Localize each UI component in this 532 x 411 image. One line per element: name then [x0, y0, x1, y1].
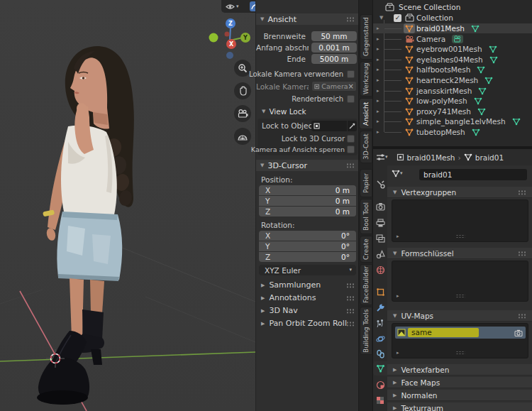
mesh-data-dropdown[interactable]: ▾: [392, 170, 403, 177]
tab-bool-tool[interactable]: Bool Tool: [360, 199, 372, 234]
drag-grip-icon[interactable]: [518, 313, 527, 318]
editor-type-button[interactable]: ▾: [376, 153, 388, 161]
output-icon[interactable]: [373, 216, 387, 230]
expand-icon[interactable]: ▸: [377, 36, 379, 42]
world-icon[interactable]: [373, 263, 387, 277]
outliner-item-camera[interactable]: ▸ Camera: [373, 34, 532, 44]
outliner-item-proxy741mesh[interactable]: ▸ proxy741Mesh: [373, 106, 532, 116]
material-icon[interactable]: [373, 378, 387, 392]
tool-icon[interactable]: [373, 177, 387, 191]
render-region-checkbox[interactable]: [347, 95, 355, 103]
local-camera-field[interactable]: Camera ×: [311, 81, 357, 92]
outliner-item-eyelashes04mesh[interactable]: ▸ eyelashes04Mesh: [373, 55, 532, 65]
expand-icon[interactable]: ▸: [377, 98, 379, 104]
mesh-data-icon[interactable]: [477, 108, 486, 116]
shape-keys-list[interactable]: ▸: [392, 261, 528, 302]
clip-start-field[interactable]: 0.001 m: [311, 43, 357, 53]
object-icon[interactable]: [373, 285, 387, 299]
expand-icon[interactable]: ▸: [377, 119, 379, 124]
drag-grip-icon[interactable]: [346, 17, 355, 22]
resize-grip-icon[interactable]: [455, 351, 465, 355]
mesh-data-icon[interactable]: [489, 56, 498, 64]
expand-icon[interactable]: ▸: [377, 26, 379, 31]
drag-grip-icon[interactable]: [346, 163, 355, 168]
snap-dropdown[interactable]: ▾: [250, 1, 255, 11]
focal-length-field[interactable]: 50 mm: [311, 31, 357, 41]
panel-header-3d-cursor[interactable]: ▼ 3D-Cursor: [256, 160, 359, 171]
section-vertex-groups[interactable]: ▼ Vertexgruppen: [387, 187, 532, 198]
tab-building-tools[interactable]: Building Tools: [360, 307, 372, 355]
outliner-item-jeansskirtmesh[interactable]: ▸ jeansskirtMesh: [373, 86, 532, 96]
collection-row[interactable]: ▼ ✓ Collection: [373, 13, 532, 23]
panel-header-ansicht[interactable]: ▼ Ansicht: [256, 13, 359, 25]
tab-werkzeug[interactable]: Werkzeug: [360, 61, 372, 97]
breadcrumb-data[interactable]: braid01: [475, 153, 504, 162]
rotation-x-field[interactable]: X0°: [259, 231, 356, 241]
particles-icon[interactable]: [373, 316, 387, 330]
drag-grip-icon[interactable]: [346, 321, 355, 326]
constraints-icon[interactable]: [373, 346, 387, 361]
expand-icon[interactable]: ▸: [397, 293, 399, 299]
lock-3d-cursor-checkbox[interactable]: [347, 135, 355, 143]
section-uv-maps[interactable]: ▼ UV-Maps: [387, 310, 532, 322]
tab-ansicht[interactable]: Ansicht: [359, 98, 372, 129]
tab-gegenstand[interactable]: Gegenstand: [360, 14, 372, 60]
lock-camera-checkbox[interactable]: [347, 146, 355, 153]
tab-create[interactable]: Create: [360, 236, 372, 263]
pan-button[interactable]: [234, 82, 251, 99]
mesh-data-icon[interactable]: [474, 97, 482, 105]
section-normals[interactable]: ▶ Normalen: [387, 390, 532, 401]
camera-data-icon[interactable]: [452, 35, 463, 43]
expand-icon[interactable]: ▼: [379, 15, 383, 21]
mesh-name-field[interactable]: braid01: [419, 169, 527, 180]
expand-icon[interactable]: ▸: [377, 109, 379, 114]
outliner-item-low-polymesh[interactable]: ▸ low-polyMesh: [373, 96, 532, 106]
position-x-field[interactable]: X0 m: [259, 185, 356, 195]
texture-icon[interactable]: [373, 393, 387, 407]
breadcrumb-object[interactable]: braid01Mesh: [407, 153, 455, 162]
close-icon[interactable]: ×: [348, 82, 354, 90]
tab-3d-coat[interactable]: 3D-Coat: [360, 131, 372, 163]
view-layer-icon[interactable]: [373, 231, 387, 246]
panel-sammlungen[interactable]: ▶ Sammlungen: [256, 280, 359, 290]
mesh-data-icon[interactable]: [477, 66, 485, 74]
section-shape-keys[interactable]: ▼ Formschlüssel: [387, 248, 532, 259]
section-face-maps[interactable]: ▶ Face Maps: [387, 377, 532, 388]
position-z-field[interactable]: Z0 m: [259, 207, 356, 217]
rotation-mode-dropdown[interactable]: XYZ Euler ▾: [259, 265, 356, 275]
drag-grip-icon[interactable]: [346, 295, 355, 300]
outliner-item-eyebrow001mesh[interactable]: ▸ eyebrow001Mesh: [373, 44, 532, 54]
mesh-data-icon[interactable]: [478, 87, 487, 95]
tab-facebuilder[interactable]: FaceBuilder: [360, 264, 372, 305]
mesh-data-icon[interactable]: [471, 25, 480, 33]
position-y-field[interactable]: Y0 m: [259, 196, 356, 206]
expand-icon[interactable]: ▸: [377, 57, 379, 62]
outliner-item-tubetopmesh[interactable]: ▸ tubetopMesh: [373, 127, 532, 137]
drag-grip-icon[interactable]: [346, 308, 355, 313]
eyedropper-button[interactable]: [348, 121, 357, 131]
section-texture-space[interactable]: ▶ Texturraum: [387, 402, 532, 411]
expand-icon[interactable]: ▸: [397, 350, 399, 356]
uv-map-entry[interactable]: same: [395, 327, 526, 339]
modifiers-icon[interactable]: [373, 300, 387, 314]
clip-end-field[interactable]: 5000 m: [311, 54, 357, 64]
expand-icon[interactable]: ▸: [377, 77, 379, 83]
outliner-item-simple-bangle1elvmesh[interactable]: ▸ simple_bangle1elvMesh: [373, 116, 532, 126]
drag-grip-icon[interactable]: [346, 283, 355, 287]
drag-grip-icon[interactable]: [518, 190, 527, 194]
projection-toggle-button[interactable]: [234, 128, 251, 145]
section-vertex-colors[interactable]: ▶ Vertexfarben: [387, 364, 532, 376]
mesh-data-icon[interactable]: [472, 128, 480, 136]
expand-icon[interactable]: ▸: [397, 234, 399, 239]
resize-grip-icon[interactable]: [455, 234, 465, 239]
mesh-data-icon[interactable]: [489, 45, 497, 53]
lock-to-object-field[interactable]: [311, 121, 347, 131]
mesh-data-icon[interactable]: [512, 118, 521, 126]
panel-pan-orbit-zoom-roll[interactable]: ▶ Pan Orbit Zoom Roll: [256, 318, 359, 329]
render-icon[interactable]: [373, 199, 387, 214]
collection-checkbox[interactable]: ✓: [394, 14, 401, 22]
uv-maps-list[interactable]: same ▸: [392, 323, 528, 358]
expand-icon[interactable]: ▸: [377, 46, 379, 52]
outliner-item-halfbootsmesh[interactable]: ▸ halfbootsMesh: [373, 65, 532, 75]
panel-3d-nav[interactable]: ▶ 3D Nav: [256, 305, 359, 316]
